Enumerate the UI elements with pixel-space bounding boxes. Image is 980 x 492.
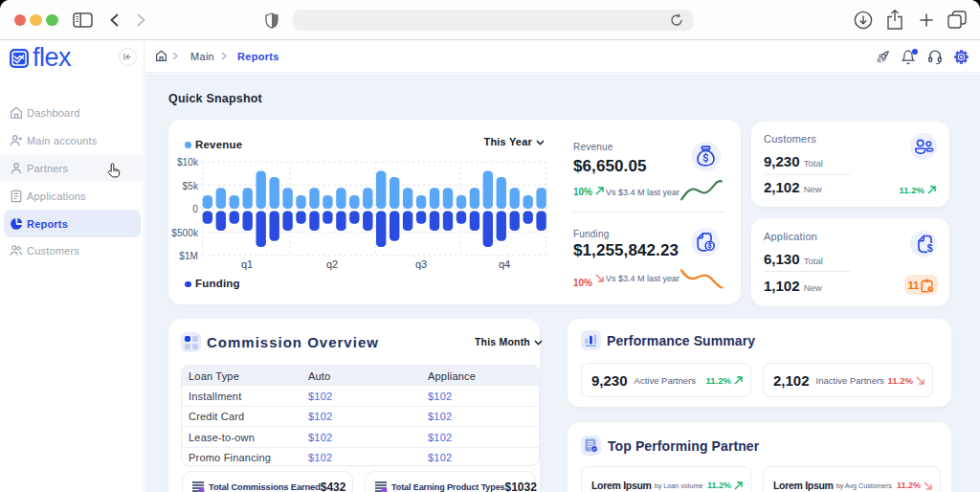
svg-text:$: $ [927,242,933,254]
